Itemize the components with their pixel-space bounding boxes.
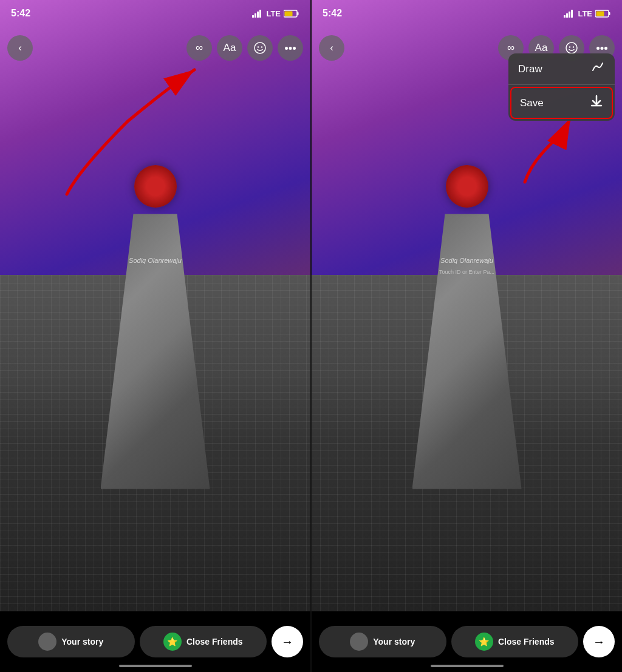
- svg-point-10: [261, 46, 262, 47]
- send-button-left[interactable]: →: [272, 626, 303, 657]
- svg-rect-20: [609, 12, 610, 15]
- left-phone-screen: Sodiq Olanrewaju 5:42: [0, 0, 310, 672]
- sticker-button-left[interactable]: [247, 35, 273, 61]
- svg-rect-17: [569, 12, 570, 18]
- save-menu-item[interactable]: Save: [510, 87, 613, 119]
- your-story-label-left: Your story: [61, 637, 103, 647]
- send-button-right[interactable]: →: [583, 626, 615, 657]
- svg-point-8: [255, 42, 265, 53]
- close-friends-icon-left: ⭐: [163, 633, 182, 651]
- your-story-button-left[interactable]: Your story: [7, 626, 135, 657]
- lte-label-left: LTE: [266, 9, 281, 18]
- draw-label: Draw: [518, 63, 542, 75]
- story-watermark-left: Sodiq Olanrewaju: [129, 257, 182, 264]
- back-button-right[interactable]: ‹: [319, 35, 344, 61]
- svg-rect-6: [298, 12, 299, 15]
- save-icon: [590, 95, 603, 111]
- signal-icon-left: [252, 10, 263, 18]
- svg-rect-18: [571, 10, 573, 18]
- bottom-bar-left: Your story ⭐ Close Friends →: [0, 611, 310, 672]
- svg-point-27: [604, 47, 607, 50]
- status-icons-right: LTE: [564, 9, 611, 18]
- battery-icon-right: [595, 10, 611, 18]
- right-phone-screen: Sodiq Olanrewaju Touch ID or Enter Pa...…: [312, 0, 622, 672]
- lte-label-right: LTE: [578, 9, 592, 18]
- close-friends-button-right[interactable]: ⭐ Close Friends: [451, 626, 579, 657]
- close-friends-label-left: Close Friends: [186, 637, 243, 647]
- status-time-left: 5:42: [11, 8, 30, 19]
- svg-point-13: [293, 47, 296, 50]
- avatar-left: [38, 633, 56, 651]
- rose-decoration-right: [446, 165, 488, 208]
- svg-point-11: [285, 47, 288, 50]
- story-watermark2-right: Touch ID or Enter Pa...: [439, 269, 494, 275]
- svg-point-12: [289, 47, 292, 50]
- svg-rect-15: [564, 15, 566, 18]
- svg-rect-3: [257, 12, 259, 18]
- bottom-bar-right: Your story ⭐ Close Friends →: [312, 611, 622, 672]
- svg-rect-7: [285, 11, 293, 16]
- toolbar-left: ‹ ∞ Aa: [0, 27, 310, 69]
- status-time-right: 5:42: [323, 8, 342, 19]
- text-button-left[interactable]: Aa: [217, 35, 242, 61]
- toolbar-right-left: ∞ Aa: [186, 35, 303, 61]
- back-button-left[interactable]: ‹: [7, 35, 33, 61]
- svg-rect-4: [259, 10, 261, 18]
- more-button-left[interactable]: [278, 35, 303, 61]
- close-friends-label-right: Close Friends: [498, 637, 555, 647]
- your-story-button-right[interactable]: Your story: [319, 626, 446, 657]
- infinity-button-left[interactable]: ∞: [186, 35, 212, 61]
- svg-point-23: [569, 46, 570, 47]
- story-watermark-right: Sodiq Olanrewaju: [440, 257, 493, 264]
- dropdown-menu: Draw Save: [508, 53, 615, 121]
- draw-icon: [592, 62, 605, 76]
- avatar-right: [350, 633, 368, 651]
- status-bar-left: 5:42 LTE: [0, 0, 310, 27]
- svg-rect-21: [596, 11, 604, 16]
- home-indicator-left: [119, 665, 192, 667]
- svg-point-26: [601, 47, 604, 50]
- svg-point-22: [566, 42, 577, 53]
- close-friends-button-left[interactable]: ⭐ Close Friends: [140, 626, 267, 657]
- send-icon-right: →: [593, 635, 605, 649]
- phone-stand-right: [412, 214, 522, 489]
- battery-icon-left: [284, 10, 299, 18]
- close-friends-icon-right: ⭐: [475, 633, 493, 651]
- phone-stand-left: [101, 214, 210, 489]
- svg-rect-2: [255, 13, 256, 18]
- your-story-label-right: Your story: [373, 637, 415, 647]
- status-icons-left: LTE: [252, 9, 299, 18]
- svg-rect-1: [252, 15, 254, 18]
- svg-rect-16: [566, 13, 568, 18]
- save-label: Save: [520, 97, 544, 109]
- home-indicator-right: [431, 665, 504, 667]
- svg-point-9: [258, 46, 259, 47]
- svg-point-24: [573, 46, 574, 47]
- signal-icon-right: [564, 10, 575, 18]
- story-background-left: Sodiq Olanrewaju: [0, 0, 310, 611]
- draw-menu-item[interactable]: Draw: [508, 53, 615, 85]
- svg-point-25: [596, 47, 600, 50]
- send-icon-left: →: [281, 635, 293, 649]
- rose-decoration-left: [134, 165, 177, 208]
- status-bar-right: 5:42 LTE: [312, 0, 622, 27]
